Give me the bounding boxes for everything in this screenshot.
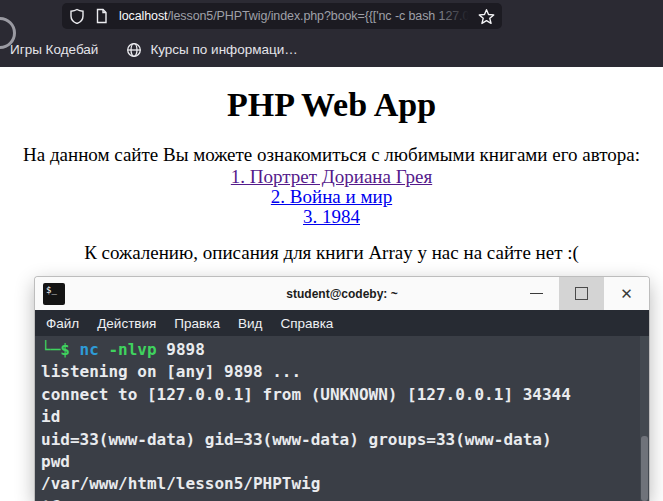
screenshot-root: { "browser": { "url_host": "localhost", … <box>0 0 663 501</box>
terminal-line: uid=33(www-data) gid=33(www-data) groups… <box>41 429 635 451</box>
close-icon: ✕ <box>620 286 633 301</box>
terminal-scrollbar <box>640 336 649 501</box>
bookmark-star-icon[interactable] <box>478 8 495 25</box>
maximize-icon <box>575 287 588 300</box>
book-links: 1. Портрет Дориана Грея 2. Война и мир 3… <box>0 167 663 227</box>
terminal-line: listening on [any] 9898 ... <box>41 361 635 383</box>
terminal-line: connect to [127.0.0.1] from (UNKNOWN) [1… <box>41 384 635 406</box>
close-button[interactable]: ✕ <box>604 277 649 310</box>
bookmark-label: Курсы по информаци… <box>150 42 297 57</box>
terminal-line: ^C <box>41 496 635 501</box>
terminal-body[interactable]: └─$ nc -nlvp 9898listening on [any] 9898… <box>35 336 649 501</box>
menu-edit[interactable]: Правка <box>165 316 229 331</box>
url-host: localhost <box>119 9 167 23</box>
url-fade-overlay <box>433 4 475 28</box>
menu-view[interactable]: Вид <box>229 316 271 331</box>
terminal-line: id <box>41 406 635 428</box>
bookmark-label: Игры Кодебай <box>10 42 98 57</box>
terminal-window: $_ student@codeby: ~ ✕ Файл Действия Пра… <box>35 277 649 501</box>
terminal-titlebar[interactable]: $_ student@codeby: ~ ✕ <box>35 277 649 310</box>
url-path: /lesson5/PHPTwig/index.php?book={{['nc -… <box>167 9 475 23</box>
terminal-line: pwd <box>41 451 635 473</box>
globe-icon <box>126 42 142 58</box>
intro-text: На данном сайте Вы можете ознакомиться с… <box>0 145 663 165</box>
terminal-output: └─$ nc -nlvp 9898listening on [any] 9898… <box>41 339 635 501</box>
url-text: localhost/lesson5/PHPTwig/index.php?book… <box>119 3 475 29</box>
terminal-app-icon: $_ <box>43 283 65 305</box>
bookmark-item-games[interactable]: Игры Кодебай <box>10 42 98 57</box>
terminal-menubar: Файл Действия Правка Вид Справка <box>35 310 649 336</box>
url-bar[interactable]: localhost/lesson5/PHPTwig/index.php?book… <box>62 3 502 29</box>
shield-icon[interactable] <box>69 8 85 24</box>
bookmarks-bar: Игры Кодебай Курсы по информаци… <box>0 32 663 67</box>
menu-file[interactable]: Файл <box>37 316 88 331</box>
book-link-3[interactable]: 3. 1984 <box>0 207 663 227</box>
bookmark-item-courses[interactable]: Курсы по информаци… <box>126 42 297 58</box>
menu-actions[interactable]: Действия <box>88 316 165 331</box>
browser-toolbar: localhost/lesson5/PHPTwig/index.php?book… <box>0 0 663 67</box>
page-info-icon[interactable] <box>94 8 109 24</box>
minimize-icon <box>530 293 543 294</box>
window-controls: ✕ <box>514 277 649 310</box>
book-link-1[interactable]: 1. Портрет Дориана Грея <box>0 167 663 187</box>
page-title: PHP Web App <box>0 87 663 123</box>
maximize-button[interactable] <box>559 277 604 310</box>
terminal-line: /var/www/html/lesson5/PHPTwig <box>41 473 635 495</box>
menu-help[interactable]: Справка <box>271 316 342 331</box>
terminal-line: └─$ nc -nlvp 9898 <box>41 339 635 361</box>
book-link-2[interactable]: 2. Война и мир <box>0 187 663 207</box>
minimize-button[interactable] <box>514 277 559 310</box>
no-description-message: К сожалению, описания для книги Array у … <box>0 243 663 263</box>
terminal-scrollbar-thumb[interactable] <box>641 436 648 501</box>
